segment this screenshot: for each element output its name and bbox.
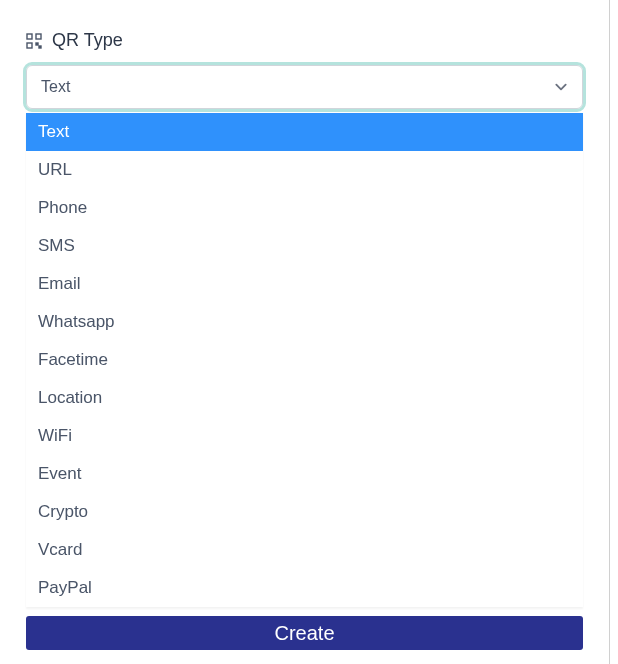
qr-type-option[interactable]: Email xyxy=(26,265,583,303)
create-button[interactable]: Create xyxy=(26,616,583,650)
qr-type-option[interactable]: Event xyxy=(26,455,583,493)
qr-type-option[interactable]: Location xyxy=(26,379,583,417)
qr-type-option[interactable]: WiFi xyxy=(26,417,583,455)
qr-icon xyxy=(26,33,42,49)
qr-type-option[interactable]: SMS xyxy=(26,227,583,265)
create-button-label: Create xyxy=(274,622,334,645)
qr-type-label: QR Type xyxy=(52,30,123,51)
svg-rect-0 xyxy=(27,34,32,39)
svg-rect-2 xyxy=(27,43,32,48)
svg-rect-1 xyxy=(36,34,41,39)
qr-type-option[interactable]: PayPal xyxy=(26,569,583,607)
qr-type-option[interactable]: Crypto xyxy=(26,493,583,531)
qr-type-option[interactable]: Whatsapp xyxy=(26,303,583,341)
qr-type-option[interactable]: Facetime xyxy=(26,341,583,379)
qr-type-option[interactable]: Phone xyxy=(26,189,583,227)
qr-type-option[interactable]: Vcard xyxy=(26,531,583,569)
qr-type-option[interactable]: URL xyxy=(26,151,583,189)
qr-type-option[interactable]: Text xyxy=(26,113,583,151)
qr-form-panel: QR Type Text TextURLPhoneSMSEmailWhatsap… xyxy=(0,0,610,664)
qr-type-select[interactable]: Text xyxy=(26,65,583,109)
qr-type-dropdown[interactable]: TextURLPhoneSMSEmailWhatsappFacetimeLoca… xyxy=(26,113,583,607)
field-label-row: QR Type xyxy=(26,30,583,51)
chevron-down-icon xyxy=(554,80,568,94)
qr-type-select-wrap: Text TextURLPhoneSMSEmailWhatsappFacetim… xyxy=(26,65,583,109)
qr-type-selected-value: Text xyxy=(41,78,70,96)
svg-rect-4 xyxy=(39,46,41,48)
svg-rect-3 xyxy=(36,43,38,45)
